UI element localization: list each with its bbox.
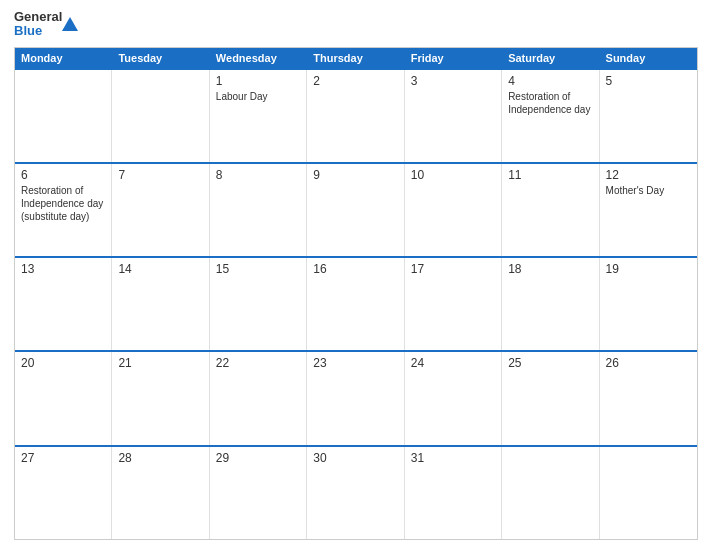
day-number: 15: [216, 262, 300, 276]
event-label: Restoration of Independence day: [508, 90, 592, 116]
cal-cell: 27: [15, 447, 112, 539]
day-number: 17: [411, 262, 495, 276]
week-row-5: 2728293031: [15, 445, 697, 539]
day-number: 12: [606, 168, 691, 182]
calendar-header: MondayTuesdayWednesdayThursdayFridaySatu…: [15, 48, 697, 68]
day-number: 31: [411, 451, 495, 465]
cal-cell: 30: [307, 447, 404, 539]
cal-cell: 15: [210, 258, 307, 350]
day-number: 6: [21, 168, 105, 182]
cal-cell: 6Restoration of Independence day (substi…: [15, 164, 112, 256]
cal-cell: 9: [307, 164, 404, 256]
header: GeneralBlue: [14, 10, 698, 39]
cal-cell: 21: [112, 352, 209, 444]
event-label: Labour Day: [216, 90, 300, 103]
cal-cell: 4Restoration of Independence day: [502, 70, 599, 162]
day-number: 5: [606, 74, 691, 88]
cal-cell: 17: [405, 258, 502, 350]
week-row-2: 6Restoration of Independence day (substi…: [15, 162, 697, 256]
event-label: Mother's Day: [606, 184, 691, 197]
day-number: 1: [216, 74, 300, 88]
week-row-1: 1Labour Day234Restoration of Independenc…: [15, 68, 697, 162]
cal-cell: 12Mother's Day: [600, 164, 697, 256]
cal-cell: 5: [600, 70, 697, 162]
day-number: 2: [313, 74, 397, 88]
day-number: 7: [118, 168, 202, 182]
page: GeneralBlue MondayTuesdayWednesdayThursd…: [0, 0, 712, 550]
event-label: Restoration of Independence day (substit…: [21, 184, 105, 223]
day-number: 14: [118, 262, 202, 276]
cal-cell: 22: [210, 352, 307, 444]
day-number: 27: [21, 451, 105, 465]
day-header-saturday: Saturday: [502, 48, 599, 68]
day-header-wednesday: Wednesday: [210, 48, 307, 68]
cal-cell: 11: [502, 164, 599, 256]
day-number: 21: [118, 356, 202, 370]
calendar: MondayTuesdayWednesdayThursdayFridaySatu…: [14, 47, 698, 540]
cal-cell: 19: [600, 258, 697, 350]
day-number: 9: [313, 168, 397, 182]
day-number: 24: [411, 356, 495, 370]
cal-cell: 28: [112, 447, 209, 539]
logo-blue: Blue: [14, 23, 42, 38]
week-row-4: 20212223242526: [15, 350, 697, 444]
day-number: 16: [313, 262, 397, 276]
day-number: 4: [508, 74, 592, 88]
cal-cell: 8: [210, 164, 307, 256]
cal-cell: 14: [112, 258, 209, 350]
day-header-friday: Friday: [405, 48, 502, 68]
cal-cell: 29: [210, 447, 307, 539]
day-number: 19: [606, 262, 691, 276]
cal-cell: 7: [112, 164, 209, 256]
day-header-monday: Monday: [15, 48, 112, 68]
cal-cell: [502, 447, 599, 539]
day-number: 29: [216, 451, 300, 465]
week-row-3: 13141516171819: [15, 256, 697, 350]
day-number: 3: [411, 74, 495, 88]
cal-cell: 26: [600, 352, 697, 444]
day-number: 13: [21, 262, 105, 276]
day-number: 30: [313, 451, 397, 465]
cal-cell: 1Labour Day: [210, 70, 307, 162]
cal-cell: 10: [405, 164, 502, 256]
logo: GeneralBlue: [14, 10, 78, 39]
day-number: 10: [411, 168, 495, 182]
cal-cell: 18: [502, 258, 599, 350]
day-header-sunday: Sunday: [600, 48, 697, 68]
cal-cell: 24: [405, 352, 502, 444]
logo-triangle-icon: [62, 17, 78, 31]
day-number: 26: [606, 356, 691, 370]
cal-cell: 31: [405, 447, 502, 539]
day-number: 22: [216, 356, 300, 370]
cal-cell: 13: [15, 258, 112, 350]
day-number: 25: [508, 356, 592, 370]
cal-cell: 3: [405, 70, 502, 162]
calendar-body: 1Labour Day234Restoration of Independenc…: [15, 68, 697, 539]
day-number: 23: [313, 356, 397, 370]
day-number: 11: [508, 168, 592, 182]
cal-cell: 23: [307, 352, 404, 444]
cal-cell: 25: [502, 352, 599, 444]
cal-cell: 16: [307, 258, 404, 350]
day-number: 8: [216, 168, 300, 182]
day-header-thursday: Thursday: [307, 48, 404, 68]
logo-text: GeneralBlue: [14, 10, 62, 39]
cal-cell: [600, 447, 697, 539]
cal-cell: [15, 70, 112, 162]
cal-cell: 2: [307, 70, 404, 162]
day-header-tuesday: Tuesday: [112, 48, 209, 68]
cal-cell: 20: [15, 352, 112, 444]
day-number: 20: [21, 356, 105, 370]
cal-cell: [112, 70, 209, 162]
day-number: 18: [508, 262, 592, 276]
day-number: 28: [118, 451, 202, 465]
